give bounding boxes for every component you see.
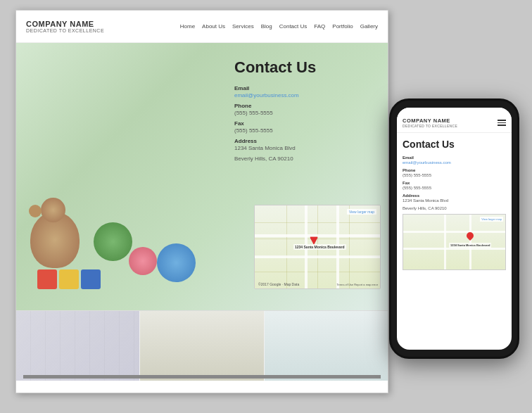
email-value[interactable]: email@yourbusiness.com <box>234 92 372 99</box>
thumbnail-1[interactable] <box>16 311 139 381</box>
desktop-mockup: COMPANY NAME DEDICATED TO EXCELLENCE Hom… <box>15 10 388 393</box>
desktop-hero: Contact Us Email email@yourbusiness.com … <box>16 43 388 310</box>
view-larger-map-button[interactable]: View larger map <box>347 209 376 215</box>
phone-label: Phone <box>234 103 372 109</box>
hamburger-line-1 <box>498 120 506 121</box>
email-label: Email <box>234 85 372 91</box>
hamburger-line-3 <box>498 125 506 126</box>
nav-home[interactable]: Home <box>180 23 195 30</box>
nav-gallery[interactable]: Gallery <box>360 23 378 30</box>
desktop-bottom-thumbnails <box>16 310 388 381</box>
address-label: Address <box>234 138 372 144</box>
phone-contact-heading: Contact Us <box>403 139 506 150</box>
phone-map[interactable]: 1234 Santa Monica Boulevard View larger … <box>403 214 506 270</box>
phone-tagline: DEDICATED TO EXCELLENCE <box>403 124 457 128</box>
nav-blog[interactable]: Blog <box>261 23 272 30</box>
phone-mockup: COMPANY NAME DEDICATED TO EXCELLENCE Con… <box>389 99 519 359</box>
thumbnail-2[interactable] <box>140 311 263 381</box>
phone-view-larger-map[interactable]: View larger map <box>480 217 503 222</box>
thumbnail-3[interactable] <box>265 311 388 381</box>
hamburger-line-2 <box>498 122 506 124</box>
thumbnail-1-img <box>16 311 139 381</box>
toy-blocks <box>37 269 101 289</box>
hamburger-menu-button[interactable] <box>498 120 506 126</box>
phone-company-name: COMPANY NAME <box>403 117 457 124</box>
phone-address-line2: Beverly Hills, CA 90210 <box>403 206 506 210</box>
desktop-header: COMPANY NAME DEDICATED TO EXCELLENCE Hom… <box>16 11 388 43</box>
desktop-tagline: DEDICATED TO EXCELLENCE <box>26 28 104 33</box>
toy-blue-ball <box>157 243 196 282</box>
contact-heading: Contact Us <box>234 58 372 77</box>
block-blue-toy <box>81 269 101 289</box>
toy-pink-ball <box>129 247 157 275</box>
address-line1: 1234 Santa Monica Blvd <box>234 145 372 151</box>
nav-faq[interactable]: FAQ <box>314 23 325 30</box>
desktop-company-name: COMPANY NAME <box>26 20 104 28</box>
block-yellow <box>59 269 79 289</box>
phone-notch <box>441 101 469 105</box>
phone-header: COMPANY NAME DEDICATED TO EXCELLENCE <box>397 108 512 133</box>
phone-screen: COMPANY NAME DEDICATED TO EXCELLENCE Con… <box>397 108 512 350</box>
address-line2: Beverly Hills, CA 90210 <box>234 155 372 162</box>
desktop-nav: Home About Us Services Blog Contact Us F… <box>180 23 378 30</box>
block-red <box>37 269 57 289</box>
phone-email-label: Email <box>403 155 506 160</box>
fax-label: Fax <box>234 120 372 127</box>
nav-contact[interactable]: Contact Us <box>279 23 308 30</box>
phone-phone-value: (555) 555-5555 <box>403 173 506 177</box>
contact-info-panel: Contact Us Email email@yourbusiness.com … <box>226 50 381 174</box>
phone-address-label: Address <box>403 193 506 198</box>
map-inner: 1234 Santa Monica Boulevard View larger … <box>255 205 380 288</box>
nav-about[interactable]: About Us <box>202 23 225 30</box>
phone-side-button-left <box>389 150 391 164</box>
phone-fax-label: Fax <box>403 181 506 185</box>
phone-value: (555) 555-5555 <box>234 110 372 116</box>
phone-contact-content: Contact Us Email email@yourbusiness.com … <box>397 133 512 276</box>
thumbnail-3-img <box>265 311 388 381</box>
map-google-credit: ©2017 Google · Map Data <box>258 282 299 286</box>
hero-background: Contact Us Email email@yourbusiness.com … <box>16 43 388 310</box>
map-terms: Terms of Use Report a map error <box>337 283 378 286</box>
nav-portfolio[interactable]: Portfolio <box>332 23 353 30</box>
nav-services[interactable]: Services <box>232 23 254 30</box>
desk-surface <box>23 375 139 379</box>
fax-value: (555) 555-5555 <box>234 127 372 134</box>
toy-bear-left <box>30 212 80 268</box>
thumbnail-2-img <box>140 311 263 381</box>
map-area[interactable]: 1234 Santa Monica Boulevard View larger … <box>254 205 381 289</box>
phone-logo: COMPANY NAME DEDICATED TO EXCELLENCE <box>403 117 457 128</box>
phone-fax-value: (555) 555-5555 <box>403 186 506 190</box>
phone-side-button-right <box>518 143 519 164</box>
desktop-logo: COMPANY NAME DEDICATED TO EXCELLENCE <box>26 20 104 33</box>
map-label: 1234 Santa Monica Boulevard <box>293 244 346 250</box>
phone-address-line1: 1234 Santa Monica Blvd <box>403 198 506 203</box>
toy-green-plush <box>94 222 132 261</box>
phone-map-label: 1234 Santa Monica Boulevard <box>449 243 491 248</box>
phone-phone-label: Phone <box>403 168 506 172</box>
phone-email-value[interactable]: email@yourbusiness.com <box>403 160 506 165</box>
